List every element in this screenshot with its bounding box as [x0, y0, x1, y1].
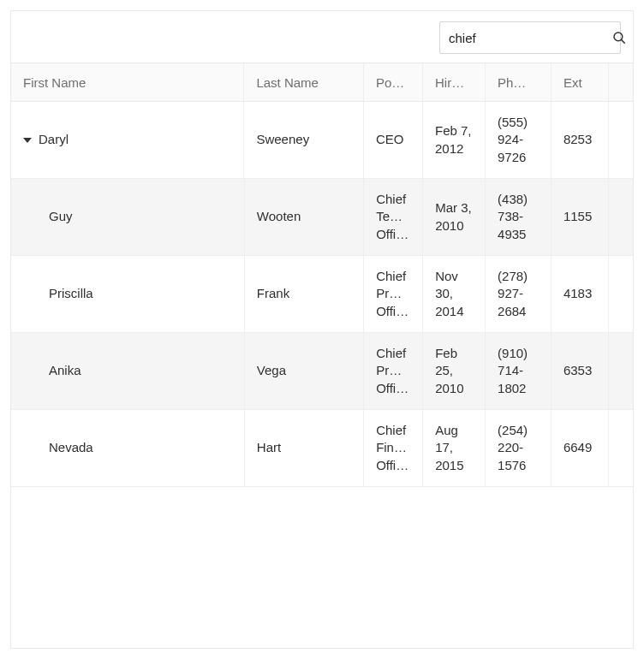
cell-phone: (438) 738-4935: [486, 179, 552, 255]
collapse-icon[interactable]: [23, 138, 32, 143]
column-header-position[interactable]: Po…: [364, 63, 423, 101]
cell-ext: 4183: [552, 256, 609, 332]
toolbar: [11, 11, 633, 62]
cell-phone: (555) 924-9726: [486, 102, 552, 178]
cell-spare: [609, 102, 633, 178]
cell-first-name: Guy: [11, 179, 245, 255]
table-row[interactable]: Nevada Hart Chief Fin… Offi… Aug 17, 201…: [11, 410, 633, 487]
column-header-spare: [609, 63, 633, 101]
cell-spare: [609, 256, 633, 332]
column-header-row: First Name Last Name Po… Hir… Ph… Ext: [11, 62, 633, 102]
cell-hire-date: Nov 30, 2014: [423, 256, 486, 332]
cell-position: Chief Pr… Offi…: [364, 256, 423, 332]
cell-spare: [609, 410, 633, 486]
cell-ext: 8253: [552, 102, 609, 178]
column-header-phone[interactable]: Ph…: [486, 63, 552, 101]
search-box[interactable]: [439, 21, 621, 54]
cell-first-name: Priscilla: [11, 256, 245, 332]
svg-line-1: [621, 39, 624, 43]
cell-position: CEO: [364, 102, 423, 178]
cell-last-name: Sweeney: [244, 102, 363, 178]
column-header-first-name[interactable]: First Name: [11, 63, 244, 101]
table-row[interactable]: Anika Vega Chief Pr… Offi… Feb 25, 2010 …: [11, 333, 633, 410]
column-header-ext[interactable]: Ext: [552, 63, 609, 101]
cell-phone: (910) 714-1802: [486, 333, 552, 409]
cell-ext: 6353: [552, 333, 609, 409]
column-header-hire-date[interactable]: Hir…: [423, 63, 486, 101]
cell-ext: 6649: [552, 410, 609, 486]
table-row[interactable]: Daryl Sweeney CEO Feb 7, 2012 (555) 924-…: [11, 102, 633, 179]
search-input[interactable]: [449, 31, 611, 45]
cell-last-name: Wooten: [245, 179, 364, 255]
cell-spare: [609, 333, 633, 409]
cell-phone: (278) 927-2684: [486, 256, 552, 332]
grid-body: Daryl Sweeney CEO Feb 7, 2012 (555) 924-…: [11, 102, 633, 487]
table-row[interactable]: Guy Wooten Chief Te… Offi… Mar 3, 2010 (…: [11, 179, 633, 256]
cell-last-name: Frank: [245, 256, 364, 332]
column-header-last-name[interactable]: Last Name: [244, 63, 363, 101]
cell-hire-date: Aug 17, 2015: [423, 410, 486, 486]
cell-hire-date: Feb 7, 2012: [423, 102, 486, 178]
cell-position: Chief Fin… Offi…: [364, 410, 423, 486]
cell-last-name: Vega: [245, 333, 364, 409]
search-icon: [611, 30, 627, 45]
cell-spare: [609, 179, 633, 255]
cell-first-name: Nevada: [11, 410, 245, 486]
tree-list-grid: First Name Last Name Po… Hir… Ph… Ext Da…: [10, 10, 634, 649]
table-row[interactable]: Priscilla Frank Chief Pr… Offi… Nov 30, …: [11, 256, 633, 333]
cell-last-name: Hart: [245, 410, 364, 486]
cell-first-name: Anika: [11, 333, 245, 409]
cell-position: Chief Pr… Offi…: [364, 333, 423, 409]
cell-hire-date: Feb 25, 2010: [423, 333, 486, 409]
cell-first-name: Daryl: [11, 102, 244, 178]
cell-hire-date: Mar 3, 2010: [423, 179, 486, 255]
svg-point-0: [614, 33, 623, 41]
cell-phone: (254) 220-1576: [486, 410, 552, 486]
cell-ext: 1155: [552, 179, 609, 255]
cell-position: Chief Te… Offi…: [364, 179, 423, 255]
